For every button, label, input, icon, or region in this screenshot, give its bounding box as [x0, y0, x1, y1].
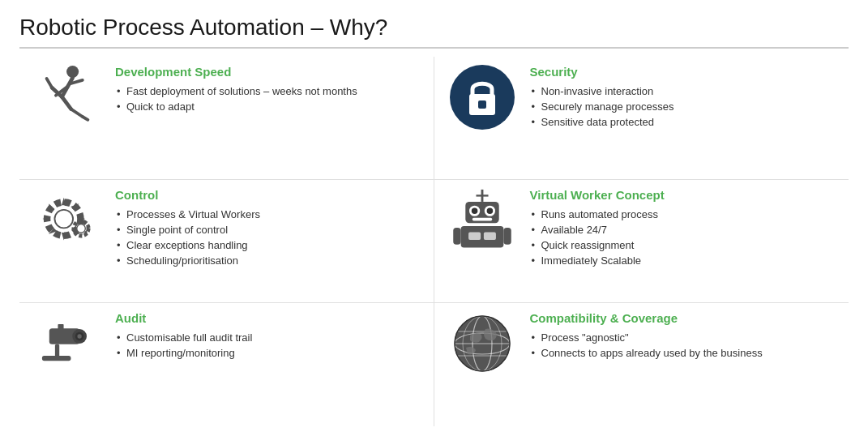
control-bullets: Processes & Virtual Workers Single point… [115, 207, 422, 268]
security-text: Security Non-invasive interaction Secure… [530, 65, 838, 130]
bullet-item: Process "agnostic" [530, 331, 838, 346]
cell-virtual-worker: Virtual Worker Concept Runs automated pr… [434, 180, 849, 303]
bullet-item: Non-invasive interaction [530, 84, 838, 100]
svg-line-8 [83, 117, 88, 120]
robot-icon [450, 188, 515, 253]
audit-icon [35, 311, 100, 368]
bullet-item: Securely manage processes [530, 100, 838, 115]
bullet-item: Single point of control [115, 223, 422, 238]
svg-rect-33 [42, 356, 71, 361]
svg-rect-23 [460, 226, 503, 247]
bullet-item: Connects to apps already used by the bus… [530, 346, 838, 361]
bullet-item: Fast deployment of solutions – weeks not… [115, 84, 422, 100]
bullet-item: Quick to adapt [115, 100, 422, 115]
page: Robotic Process Automation – Why? [0, 0, 868, 436]
gears-icon-area [31, 188, 104, 253]
svg-line-4 [62, 97, 71, 109]
security-title: Security [530, 65, 838, 79]
svg-rect-26 [453, 228, 460, 245]
bullet-item: Sensitive data protected [530, 115, 838, 130]
virtual-worker-text: Virtual Worker Concept Runs automated pr… [530, 188, 838, 268]
bullet-item: Available 24/7 [530, 223, 838, 238]
development-speed-text: Development Speed Fast deployment of sol… [115, 65, 422, 115]
cell-development-speed: Development Speed Fast deployment of sol… [19, 57, 434, 180]
development-speed-title: Development Speed [115, 65, 422, 79]
bullet-item: MI reporting/monitoring [115, 346, 422, 361]
bullet-item: Scheduling/prioritisation [115, 254, 422, 269]
cell-control: Control Processes & Virtual Workers Sing… [19, 180, 434, 303]
content-grid: Development Speed Fast deployment of sol… [19, 57, 849, 426]
page-title: Robotic Process Automation – Why? [19, 15, 849, 49]
runner-icon [39, 65, 96, 130]
bullet-item: Runs automated process [530, 207, 838, 223]
svg-point-13 [77, 224, 86, 233]
runner-icon-area [31, 65, 104, 130]
cell-compatibility: Compatibility & Coverage Process "agnost… [434, 303, 849, 426]
svg-rect-24 [468, 233, 481, 240]
bullet-item: Customisable full audit trail [115, 331, 422, 346]
development-speed-bullets: Fast deployment of solutions – weeks not… [115, 84, 422, 115]
svg-rect-25 [483, 233, 495, 240]
svg-line-5 [71, 109, 83, 117]
audit-title: Audit [115, 311, 422, 325]
svg-line-3 [47, 79, 53, 88]
compatibility-title: Compatibility & Coverage [530, 311, 838, 325]
svg-point-11 [54, 210, 73, 229]
lock-icon [464, 76, 500, 118]
globe-icon-area [446, 311, 519, 376]
svg-rect-10 [478, 100, 486, 109]
cell-audit: Audit Customisable full audit trail MI r… [19, 303, 434, 426]
svg-point-31 [77, 334, 81, 338]
svg-rect-22 [472, 218, 491, 221]
gears-icon [35, 188, 100, 253]
svg-point-19 [471, 207, 477, 214]
bullet-item: Immediately Scalable [530, 254, 838, 269]
bullet-item: Processes & Virtual Workers [115, 207, 422, 223]
virtual-worker-title: Virtual Worker Concept [530, 188, 838, 202]
bullet-item: Clear exceptions handling [115, 238, 422, 254]
compatibility-bullets: Process "agnostic" Connects to apps alre… [530, 331, 838, 361]
audit-text: Audit Customisable full audit trail MI r… [115, 311, 422, 361]
control-title: Control [115, 188, 422, 202]
svg-point-21 [486, 207, 493, 214]
compatibility-text: Compatibility & Coverage Process "agnost… [530, 311, 838, 361]
lock-icon-area [446, 65, 519, 130]
globe-icon [450, 311, 515, 376]
cell-security: Security Non-invasive interaction Secure… [434, 57, 849, 180]
svg-rect-34 [58, 324, 63, 330]
svg-rect-27 [503, 228, 511, 245]
audit-icon-area [31, 311, 104, 368]
robot-icon-area [446, 188, 519, 253]
lock-circle [450, 65, 515, 130]
bullet-item: Quick reassignment [530, 238, 838, 254]
security-bullets: Non-invasive interaction Securely manage… [530, 84, 838, 130]
virtual-worker-bullets: Runs automated process Available 24/7 Qu… [530, 207, 838, 268]
audit-bullets: Customisable full audit trail MI reporti… [115, 331, 422, 361]
control-text: Control Processes & Virtual Workers Sing… [115, 188, 422, 268]
